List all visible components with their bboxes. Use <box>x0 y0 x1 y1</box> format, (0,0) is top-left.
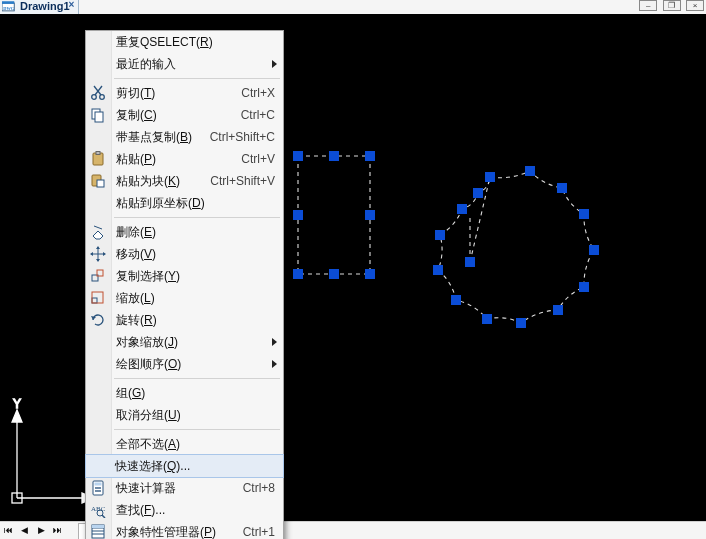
rect-grip-5[interactable] <box>365 210 375 220</box>
menu-item-copy-base[interactable]: 带基点复制(B)Ctrl+Shift+C <box>86 126 283 148</box>
find-icon: ABC <box>90 502 106 518</box>
menu-item-shortcut: Ctrl+Shift+V <box>210 170 275 192</box>
scale-icon <box>90 290 106 306</box>
shape-grip-10[interactable] <box>433 265 443 275</box>
menu-separator <box>114 217 280 218</box>
draw-order-icon <box>90 356 106 372</box>
menu-item-label: 缩放(L) <box>116 291 155 305</box>
ungroup-icon <box>90 407 106 423</box>
layout-next-button[interactable]: ▶ <box>35 523 48 537</box>
recent-input-icon <box>90 56 106 72</box>
restore-button[interactable]: ❐ <box>663 0 681 11</box>
menu-item-label: 粘贴为块(K) <box>116 174 180 188</box>
rect-grip-0[interactable] <box>293 151 303 161</box>
repeat-icon <box>90 34 106 50</box>
svg-marker-4 <box>12 410 22 422</box>
shape-grip-5[interactable] <box>579 282 589 292</box>
cut-icon <box>90 85 106 101</box>
menu-item-shortcut: Ctrl+1 <box>243 521 275 539</box>
menu-item-find[interactable]: ABC查找(F)... <box>86 499 283 521</box>
copy-icon <box>90 107 106 123</box>
minimize-button[interactable]: – <box>639 0 657 11</box>
menu-item-ungroup[interactable]: 取消分组(U) <box>86 404 283 426</box>
layout-first-button[interactable]: ⏮ <box>2 523 15 537</box>
layout-last-button[interactable]: ⏭ <box>51 523 64 537</box>
shape-grip-6[interactable] <box>553 305 563 315</box>
shape-grip-2[interactable] <box>557 183 567 193</box>
copy2-icon <box>90 268 106 284</box>
svg-text:DWG: DWG <box>3 6 15 11</box>
menu-separator <box>114 429 280 430</box>
menu-item-erase[interactable]: 删除(E) <box>86 221 283 243</box>
menu-item-repeat[interactable]: 重复QSELECT(R) <box>86 31 283 53</box>
menu-item-group[interactable]: 组(G) <box>86 382 283 404</box>
svg-point-35 <box>99 487 101 489</box>
rect-grip-6[interactable] <box>329 269 339 279</box>
svg-rect-46 <box>92 525 104 528</box>
svg-line-11 <box>94 86 101 95</box>
svg-text:ABC: ABC <box>91 505 106 513</box>
menu-item-label: 带基点复制(B) <box>116 130 192 144</box>
menu-item-label: 对象特性管理器(P) <box>116 525 216 539</box>
menu-item-label: 快速选择(Q)... <box>115 459 190 473</box>
menu-separator <box>114 78 280 79</box>
menu-item-qselect[interactable]: 快速选择(Q)... <box>85 454 284 478</box>
menu-item-recent-input[interactable]: 最近的输入 <box>86 53 283 75</box>
menu-item-quickcalc[interactable]: 快速计算器Ctrl+8 <box>86 477 283 499</box>
prop-icon <box>90 524 106 539</box>
menu-item-move[interactable]: 移动(V) <box>86 243 283 265</box>
shape-grip-0[interactable] <box>485 172 495 182</box>
desel-all-icon <box>90 436 106 452</box>
rect-grip-1[interactable] <box>365 151 375 161</box>
submenu-arrow-icon <box>272 338 277 346</box>
svg-marker-18 <box>93 231 103 239</box>
layout-prev-button[interactable]: ◀ <box>18 523 31 537</box>
menu-item-paste-block[interactable]: 粘贴为块(K)Ctrl+Shift+V <box>86 170 283 192</box>
shape-grip-8[interactable] <box>482 314 492 324</box>
selected-polyline[interactable] <box>438 171 594 323</box>
menu-item-scale[interactable]: 缩放(L) <box>86 287 283 309</box>
shape-grip-13[interactable] <box>473 188 483 198</box>
obj-scale-icon <box>90 334 106 350</box>
shape-grip-9[interactable] <box>451 295 461 305</box>
menu-item-copy[interactable]: 复制(C)Ctrl+C <box>86 104 283 126</box>
shape-grip-3[interactable] <box>579 209 589 219</box>
shape-center-grip[interactable] <box>465 257 475 267</box>
menu-item-desel-all[interactable]: 全部不选(A) <box>86 433 283 455</box>
context-menu: 重复QSELECT(R)最近的输入剪切(T)Ctrl+X复制(C)Ctrl+C带… <box>85 30 284 539</box>
menu-item-label: 删除(E) <box>116 225 156 239</box>
submenu-arrow-icon <box>272 360 277 368</box>
close-button[interactable]: × <box>686 0 704 11</box>
svg-marker-22 <box>96 246 100 249</box>
menu-item-label: 旋转(R) <box>116 313 157 327</box>
menu-item-paste[interactable]: 粘贴(P)Ctrl+V <box>86 148 283 170</box>
document-tab[interactable]: DWG Drawing1 × <box>0 0 79 14</box>
shape-grip-4[interactable] <box>589 245 599 255</box>
menu-item-draw-order[interactable]: 绘图顺序(O) <box>86 353 283 375</box>
rect-grip-4[interactable] <box>329 151 339 161</box>
ucs-y-label: Y <box>13 397 21 411</box>
selected-rectangle[interactable] <box>298 156 370 274</box>
menu-item-label: 粘贴到原坐标(D) <box>116 196 205 210</box>
menu-item-copysel[interactable]: 复制选择(Y) <box>86 265 283 287</box>
rect-grip-2[interactable] <box>365 269 375 279</box>
svg-line-41 <box>102 515 105 518</box>
shape-grip-7[interactable] <box>516 318 526 328</box>
shape-grip-1[interactable] <box>525 166 535 176</box>
menu-item-rotate[interactable]: 旋转(R) <box>86 309 283 331</box>
menu-item-paste-origin[interactable]: 粘贴到原坐标(D) <box>86 192 283 214</box>
menu-item-shortcut: Ctrl+X <box>241 82 275 104</box>
menu-item-cut[interactable]: 剪切(T)Ctrl+X <box>86 82 283 104</box>
shape-grip-12[interactable] <box>457 204 467 214</box>
menu-item-label: 重复QSELECT(R) <box>116 35 213 49</box>
shape-grip-11[interactable] <box>435 230 445 240</box>
menu-item-properties[interactable]: 对象特性管理器(P)Ctrl+1 <box>86 521 283 539</box>
paste-icon <box>90 151 106 167</box>
close-tab-icon[interactable]: × <box>69 0 81 11</box>
menu-item-obj-scale[interactable]: 对象缩放(J) <box>86 331 283 353</box>
rect-grip-7[interactable] <box>293 210 303 220</box>
svg-rect-17 <box>97 180 104 187</box>
svg-marker-25 <box>103 252 106 256</box>
rect-grip-3[interactable] <box>293 269 303 279</box>
svg-rect-15 <box>96 152 100 155</box>
